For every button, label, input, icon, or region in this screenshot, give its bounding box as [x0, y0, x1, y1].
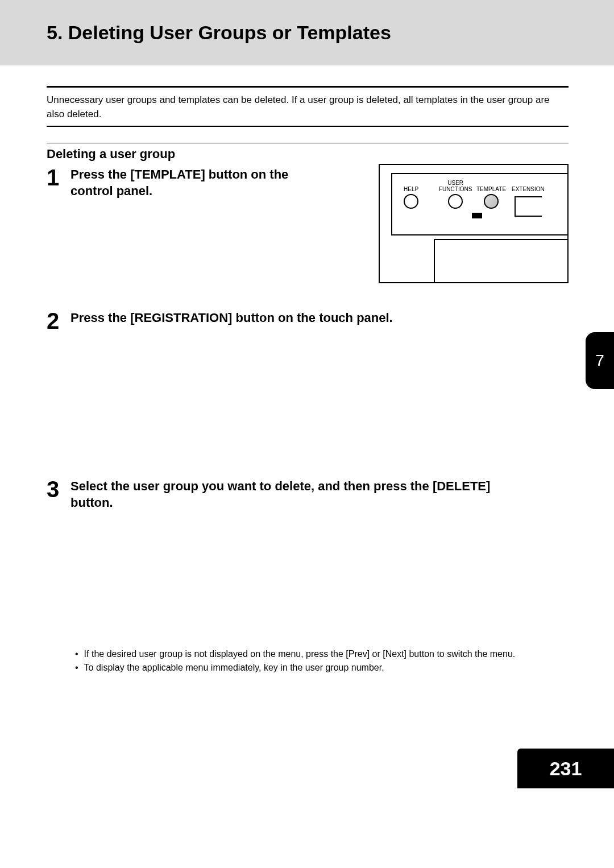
- section-title: 5. Deleting User Groups or Templates: [47, 22, 391, 44]
- intro-text: Unnecessary user groups and templates ca…: [47, 93, 569, 121]
- functions-label: FUNCTIONS: [439, 187, 472, 193]
- extension-slot-icon: [515, 196, 542, 217]
- help-label: HELP: [404, 187, 418, 193]
- template-label: TEMPLATE: [476, 187, 506, 193]
- note-1-text: If the desired user group is not display…: [84, 647, 516, 660]
- header-bar: 5. Deleting User Groups or Templates: [0, 0, 614, 65]
- extension-label: EXTENSION: [512, 187, 545, 193]
- template-button-icon: [484, 194, 499, 209]
- note-2-text: To display the applicable menu immediate…: [84, 661, 384, 674]
- notes-list: If the desired user group is not display…: [75, 647, 569, 673]
- chapter-tab: 7: [586, 332, 614, 389]
- device-bottom-outline: [434, 239, 567, 282]
- extension-group: EXTENSION: [512, 180, 545, 217]
- content-area: Unnecessary user groups and templates ca…: [0, 65, 614, 674]
- user-functions-button-icon: [448, 194, 463, 209]
- template-button-group: TEMPLATE: [476, 180, 506, 209]
- help-button-icon: [404, 194, 418, 209]
- step-2-number: 2: [47, 309, 70, 332]
- step-3-number: 3: [47, 478, 70, 501]
- step-3-text: Select the user group you want to delete…: [70, 478, 525, 511]
- note-1: If the desired user group is not display…: [75, 647, 569, 660]
- step-3: 3 Select the user group you want to dele…: [47, 478, 569, 511]
- rule-top: [47, 86, 569, 88]
- page-number-box: 231: [517, 749, 614, 788]
- step-1-number: 1: [47, 166, 70, 189]
- note-2: To display the applicable menu immediate…: [75, 661, 569, 674]
- control-panel-figure: HELP USER FUNCTIONS TEMPLATE: [379, 164, 569, 283]
- device-top-outline: HELP USER FUNCTIONS TEMPLATE: [391, 173, 567, 235]
- step-1-text: Press the [TEMPLATE] button on the contr…: [70, 166, 315, 199]
- indicator-icon: [472, 213, 482, 218]
- page-number: 231: [550, 758, 582, 780]
- step-2: 2 Press the [REGISTRATION] button on the…: [47, 309, 569, 332]
- help-button-group: HELP: [404, 180, 418, 209]
- rule-under-intro: [47, 126, 569, 127]
- user-functions-button-group: USER FUNCTIONS: [439, 180, 472, 209]
- subheading-rule: [47, 143, 569, 143]
- step-2-text: Press the [REGISTRATION] button on the t…: [70, 309, 525, 326]
- step-1: 1 Press the [TEMPLATE] button on the con…: [47, 166, 569, 283]
- chapter-number: 7: [595, 352, 604, 370]
- subheading: Deleting a user group: [47, 147, 569, 162]
